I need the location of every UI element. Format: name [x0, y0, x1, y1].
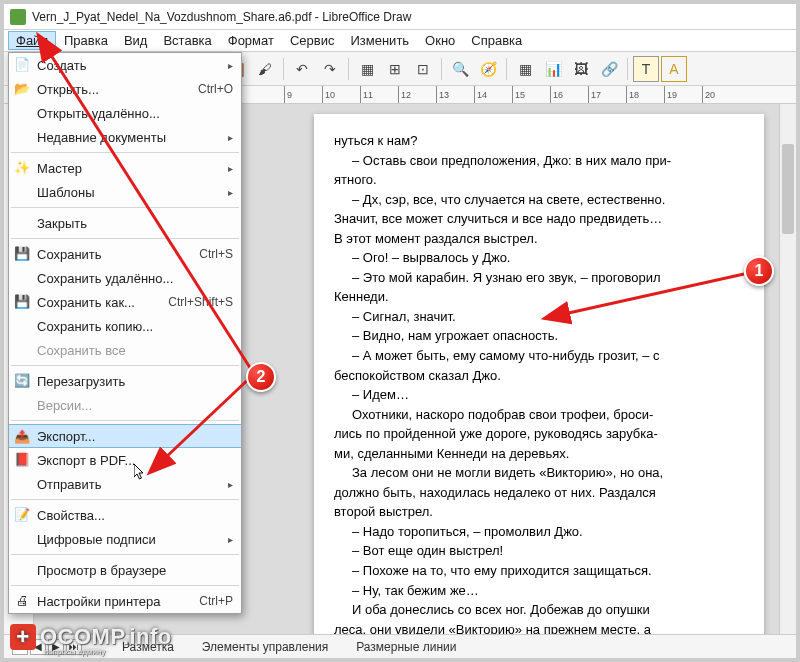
snap-icon[interactable]: ⊞ — [382, 56, 408, 82]
doc-line: – Идем… — [334, 386, 744, 404]
titlebar: Vern_J_Pyat_Nedel_Na_Vozdushnom_Share.a6… — [4, 4, 796, 30]
document-page[interactable]: нуться к нам? – Оставь свои предположени… — [314, 114, 764, 634]
doc-line: лись по пройденной уже дороге, руководяс… — [334, 425, 744, 443]
image-icon[interactable]: 🖼 — [568, 56, 594, 82]
menu-item-wizard[interactable]: ✨ Мастер▸ — [9, 156, 241, 180]
ruler-tick: 13 — [436, 86, 474, 103]
navigator-icon[interactable]: 🧭 — [475, 56, 501, 82]
menu-item-create[interactable]: 📄 Создать▸ — [9, 53, 241, 77]
menu-item-templates[interactable]: Шаблоны▸ — [9, 180, 241, 204]
menu-item-open-remote[interactable]: Открыть удалённо... — [9, 101, 241, 125]
menu-separator — [11, 207, 239, 208]
menu-insert[interactable]: Вставка — [155, 31, 219, 50]
menu-item-properties[interactable]: 📝 Свойства... — [9, 503, 241, 527]
tab-dim-lines[interactable]: Размерные линии — [356, 640, 456, 654]
callout-2: 2 — [246, 362, 276, 392]
menu-item-print-settings[interactable]: 🖨 Настройки принтера Ctrl+P — [9, 589, 241, 613]
menu-help[interactable]: Справка — [463, 31, 530, 50]
menu-separator — [11, 420, 239, 421]
menu-item-close[interactable]: Закрыть — [9, 211, 241, 235]
toolbar-sep — [627, 58, 628, 80]
menu-item-export-pdf[interactable]: 📕 Экспорт в PDF... — [9, 448, 241, 472]
doc-line: – Похоже на то, что ему приходится защищ… — [334, 562, 744, 580]
ruler-tick: 12 — [398, 86, 436, 103]
ruler-tick: 10 — [322, 86, 360, 103]
doc-line: – Оставь свои предположения, Джо: в них … — [334, 152, 744, 170]
menu-format[interactable]: Формат — [220, 31, 282, 50]
doc-line: нуться к нам? — [334, 132, 744, 150]
menu-separator — [11, 238, 239, 239]
ruler-tick: 17 — [588, 86, 626, 103]
hyperlink-icon[interactable]: 🔗 — [596, 56, 622, 82]
menu-separator — [11, 152, 239, 153]
table-icon[interactable]: ▦ — [512, 56, 538, 82]
menu-item-open[interactable]: 📂 Открыть... Ctrl+O — [9, 77, 241, 101]
printer-icon: 🖨 — [14, 593, 30, 609]
doc-line: – А может быть, ему самому что-нибудь гр… — [334, 347, 744, 365]
menu-item-save-as[interactable]: 💾 Сохранить как... Ctrl+Shift+S — [9, 290, 241, 314]
menu-edit[interactable]: Правка — [56, 31, 116, 50]
save-icon: 💾 — [14, 246, 30, 262]
menu-item-preview-browser[interactable]: Просмотр в браузере — [9, 558, 241, 582]
callout-1: 1 — [744, 256, 774, 286]
doc-line: И оба донеслись со всех ног. Добежав до … — [334, 601, 744, 619]
reload-icon: 🔄 — [14, 373, 30, 389]
doc-line: – Ого! – вырвалось у Джо. — [334, 249, 744, 267]
menu-item-reload[interactable]: 🔄 Перезагрузить — [9, 369, 241, 393]
redo-icon[interactable]: ↷ — [317, 56, 343, 82]
toolbar-sep — [506, 58, 507, 80]
menubar: Файл Правка Вид Вставка Формат Сервис Из… — [4, 30, 796, 52]
textbox-icon[interactable]: A — [661, 56, 687, 82]
menu-item-send[interactable]: Отправить▸ — [9, 472, 241, 496]
save-as-icon: 💾 — [14, 294, 30, 310]
scrollbar-thumb[interactable] — [782, 144, 794, 234]
vertical-scrollbar[interactable] — [779, 104, 796, 634]
toolbar-sep — [441, 58, 442, 80]
toolbar-sep — [348, 58, 349, 80]
menu-item-save-remote[interactable]: Сохранить удалённо... — [9, 266, 241, 290]
ruler-tick: 19 — [664, 86, 702, 103]
menu-item-save[interactable]: 💾 Сохранить Ctrl+S — [9, 242, 241, 266]
menu-item-export[interactable]: 📤 Экспорт... — [9, 424, 241, 448]
menu-window[interactable]: Окно — [417, 31, 463, 50]
doc-line: ятного. — [334, 171, 744, 189]
ruler-tick: 11 — [360, 86, 398, 103]
menu-service[interactable]: Сервис — [282, 31, 343, 50]
watermark-plus-icon: + — [10, 624, 36, 650]
doc-line: – Надо торопиться, – промолвил Джо. — [334, 523, 744, 541]
grid-icon[interactable]: ▦ — [354, 56, 380, 82]
menu-item-save-copy[interactable]: Сохранить копию... — [9, 314, 241, 338]
pdf-icon: 📕 — [14, 452, 30, 468]
fontwork-icon[interactable]: T — [633, 56, 659, 82]
zoom-icon[interactable]: 🔍 — [447, 56, 473, 82]
menu-item-digital-sign[interactable]: Цифровые подписи▸ — [9, 527, 241, 551]
doc-line: – Дх, сэр, все, что случается на свете, … — [334, 191, 744, 209]
doc-line: ми, сделанными Кеннеди на деревьях. — [334, 445, 744, 463]
menu-view[interactable]: Вид — [116, 31, 156, 50]
menu-separator — [11, 554, 239, 555]
menu-separator — [11, 365, 239, 366]
doc-line: леса, они увидели «Викторию» на прежнем … — [334, 621, 744, 634]
doc-line: беспокойством сказал Джо. — [334, 367, 744, 385]
guides-icon[interactable]: ⊡ — [410, 56, 436, 82]
menu-modify[interactable]: Изменить — [342, 31, 417, 50]
menu-separator — [11, 585, 239, 586]
open-folder-icon: 📂 — [14, 81, 30, 97]
chart-icon[interactable]: 📊 — [540, 56, 566, 82]
toolbar-sep — [283, 58, 284, 80]
doc-line: За лесом они не могли видеть «Викторию»,… — [334, 464, 744, 482]
doc-line: – Это мой карабин. Я узнаю его звук, – п… — [334, 269, 744, 287]
wizard-icon: ✨ — [14, 160, 30, 176]
menu-item-save-all: Сохранить все — [9, 338, 241, 362]
menu-file[interactable]: Файл — [8, 31, 56, 50]
doc-line: – Видно, нам угрожает опасность. — [334, 327, 744, 345]
menu-item-recent[interactable]: Недавние документы▸ — [9, 125, 241, 149]
format-paint-icon[interactable]: 🖌 — [252, 56, 278, 82]
doc-line: – Ну, так бежим же… — [334, 582, 744, 600]
undo-icon[interactable]: ↶ — [289, 56, 315, 82]
doc-line: Значит, все может случиться и все надо п… — [334, 210, 744, 228]
doc-line: Охотники, наскоро подобрав свои трофеи, … — [334, 406, 744, 424]
tab-controls[interactable]: Элементы управления — [202, 640, 328, 654]
ruler-tick: 16 — [550, 86, 588, 103]
doc-line: В этот момент раздался выстрел. — [334, 230, 744, 248]
